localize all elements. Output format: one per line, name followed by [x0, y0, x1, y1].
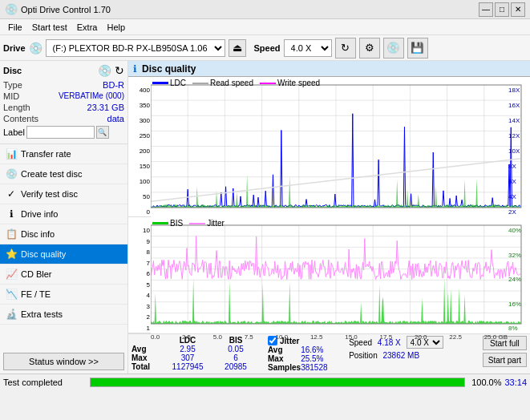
- nav-create-test-disc[interactable]: 💿 Create test disc: [0, 164, 127, 184]
- left-axis-400: 400: [128, 87, 150, 94]
- disc-button[interactable]: 💿: [383, 38, 404, 59]
- close-button[interactable]: ✕: [511, 2, 525, 17]
- left-axis-250: 250: [128, 132, 150, 139]
- start-part-button[interactable]: Start part: [483, 353, 527, 367]
- menu-extra[interactable]: Extra: [72, 22, 103, 33]
- nav-disc-info-label: Disc info: [21, 229, 55, 239]
- label-label: Label: [3, 127, 25, 137]
- nav-extra-tests-label: Extra tests: [21, 309, 63, 319]
- left-axis-150: 150: [128, 163, 150, 170]
- max-label: Max: [131, 353, 164, 362]
- status-bar: Test completed 100.0% 33:14: [0, 374, 530, 390]
- speed-label: Speed: [254, 43, 281, 53]
- eject-button[interactable]: ⏏: [229, 39, 246, 57]
- drive-label: Drive: [3, 43, 26, 53]
- length-row: Length 23.31 GB: [3, 102, 124, 113]
- right-axis-2x: 2X: [508, 208, 529, 216]
- transfer-rate-icon: 📊: [5, 147, 18, 160]
- contents-row: Contents data: [3, 113, 124, 124]
- save-button[interactable]: 💾: [407, 38, 428, 59]
- avg-label: Avg: [131, 345, 164, 353]
- left-axis-50: 50: [128, 193, 150, 200]
- bottom-left-axis-3: 3: [128, 303, 150, 310]
- right-axis-16x: 16X: [508, 102, 529, 109]
- left-axis-0: 0: [128, 208, 150, 216]
- length-value: 23.31 GB: [87, 103, 124, 112]
- refresh-button[interactable]: ↻: [335, 38, 356, 59]
- bottom-left-axis-8: 8: [128, 248, 150, 256]
- legend-ldc-label: LDC: [170, 79, 186, 87]
- nav-disc-info[interactable]: 📋 Disc info: [0, 224, 127, 244]
- nav-extra-tests[interactable]: 🔬 Extra tests: [0, 305, 127, 325]
- disc-section: Disc 💿 ↻ Type BD-R MID VERBATIMe (000) L…: [0, 61, 127, 144]
- legend-jitter: Jitter: [189, 219, 225, 228]
- nav-drive-info[interactable]: ℹ Drive info: [0, 204, 127, 224]
- bottom-right-axis-16: 16%: [508, 301, 529, 308]
- content-area: Disc 💿 ↻ Type BD-R MID VERBATIMe (000) L…: [0, 61, 530, 374]
- nav-cd-bler-label: CD Bler: [21, 269, 52, 279]
- left-axis-300: 300: [128, 117, 150, 124]
- title-bar: 💿 Opti Drive Control 1.70 — □ ✕: [0, 0, 530, 19]
- menu-help[interactable]: Help: [102, 22, 130, 33]
- mid-label: MID: [3, 91, 19, 101]
- jitter-avg-value: 16.6%: [301, 345, 341, 354]
- speed-select[interactable]: 4.0 X: [284, 39, 332, 57]
- total-label: Total: [131, 362, 164, 371]
- chart-header-icon: ℹ: [133, 63, 137, 75]
- right-panel: ℹ Disc quality LDC Read speed: [128, 61, 530, 374]
- legend-read-speed: Read speed: [192, 79, 253, 87]
- mid-value: VERBATIMe (000): [59, 91, 124, 101]
- menu-file[interactable]: File: [3, 22, 27, 33]
- avg-ldc: 2.95: [164, 345, 212, 353]
- jitter-avg-label: Avg: [268, 345, 301, 354]
- minimize-button[interactable]: —: [479, 2, 493, 17]
- disc-title: Disc: [3, 66, 22, 75]
- bottom-left-axis-4: 4: [128, 292, 150, 299]
- drive-icon: 💿: [29, 42, 42, 55]
- max-bis: 6: [212, 353, 260, 362]
- nav-fe-te[interactable]: 📉 FE / TE: [0, 285, 127, 305]
- bottom-left-axis-7: 7: [128, 260, 150, 267]
- nav-cd-bler[interactable]: 📈 CD Bler: [0, 265, 127, 285]
- jitter-samples-row: Samples 381528: [268, 363, 341, 372]
- menu-start-test[interactable]: Start test: [27, 22, 72, 33]
- type-value: BD-R: [103, 80, 124, 90]
- avg-bis: 0.05: [212, 345, 260, 353]
- right-axis-10x: 10X: [508, 147, 529, 155]
- legend-write-speed: Write speed: [260, 79, 320, 87]
- drive-select[interactable]: (F:) PLEXTOR BD-R PX-LB950SA 1.06: [46, 39, 225, 57]
- max-row: Max 307 6: [131, 353, 260, 362]
- avg-row: Avg 2.95 0.05: [131, 345, 260, 353]
- status-window-btn-container: Status window >>: [3, 353, 124, 370]
- right-axis-6x: 6X: [508, 178, 529, 185]
- jitter-samples-label: Samples: [268, 363, 301, 372]
- right-axis-18x: 18X: [508, 87, 529, 94]
- legend-write-speed-label: Write speed: [277, 79, 320, 87]
- position-row: Position 23862 MB: [349, 351, 443, 360]
- bottom-right-axis-32: 32%: [508, 252, 529, 259]
- fe-te-icon: 📉: [5, 288, 18, 301]
- legend-bis-label: BIS: [170, 219, 183, 228]
- nav-transfer-rate-label: Transfer rate: [21, 149, 71, 159]
- nav-disc-quality[interactable]: ⭐ Disc quality: [0, 244, 127, 265]
- menu-bar: File Start test Extra Help: [0, 19, 530, 35]
- label-search-button[interactable]: 🔍: [96, 126, 109, 139]
- verify-test-disc-icon: ✓: [5, 188, 18, 200]
- create-test-disc-icon: 💿: [5, 168, 18, 180]
- nav-verify-test-disc[interactable]: ✓ Verify test disc: [0, 184, 127, 204]
- settings-button[interactable]: ⚙: [359, 38, 380, 59]
- maximize-button[interactable]: □: [495, 2, 509, 17]
- bottom-right-axis-40: 40%: [508, 227, 529, 234]
- label-input[interactable]: [26, 126, 95, 139]
- jitter-samples-value: 381528: [301, 363, 341, 372]
- disc-info-icon: 📋: [5, 228, 18, 240]
- status-window-button[interactable]: Status window >>: [3, 353, 124, 370]
- charts-area: LDC Read speed Write speed 400 350 300: [128, 77, 530, 374]
- bottom-left-axis-5: 5: [128, 281, 150, 289]
- app-title: Opti Drive Control 1.70: [21, 5, 111, 14]
- left-panel: Disc 💿 ↻ Type BD-R MID VERBATIMe (000) L…: [0, 61, 128, 374]
- nav-transfer-rate[interactable]: 📊 Transfer rate: [0, 144, 127, 164]
- disc-refresh-icon[interactable]: 💿 ↻: [98, 64, 124, 77]
- left-axis-100: 100: [128, 178, 150, 185]
- top-chart-legend: LDC Read speed Write speed: [152, 79, 320, 87]
